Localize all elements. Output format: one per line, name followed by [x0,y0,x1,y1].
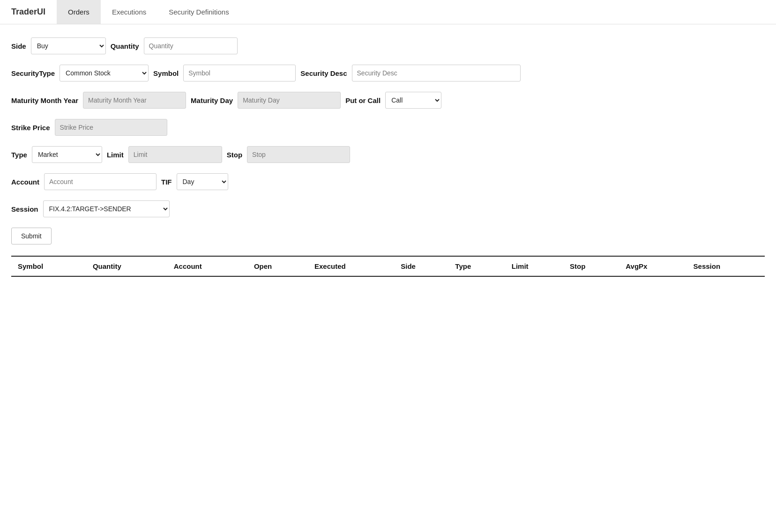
row-security-type: SecurityType Common Stock Future Option … [11,65,765,81]
maturity-month-year-input[interactable] [83,92,186,109]
col-side: Side [394,257,448,276]
col-avgpx: AvgPx [619,257,686,276]
row-strike-price: Strike Price [11,119,765,136]
col-stop: Stop [563,257,619,276]
col-open: Open [247,257,308,276]
security-desc-input[interactable] [352,65,521,81]
orders-table: Symbol Quantity Account Open Executed Si… [11,257,765,277]
limit-label: Limit [107,151,124,159]
table-header-row: Symbol Quantity Account Open Executed Si… [11,257,765,276]
type-label: Type [11,151,27,159]
side-select[interactable]: Buy Sell Sell Short Sell Short Exempt [31,37,106,54]
col-symbol: Symbol [11,257,86,276]
row-side-quantity: Side Buy Sell Sell Short Sell Short Exem… [11,37,765,54]
security-type-label: SecurityType [11,69,55,77]
session-select[interactable]: FIX.4.2:TARGET->SENDER FIX.4.4:TARGET->S… [43,200,170,217]
submit-button[interactable]: Submit [11,228,52,244]
row-submit: Submit [11,228,765,244]
row-account-tif: Account TIF Day GTC IOC FOK [11,173,765,190]
limit-input[interactable] [128,146,222,163]
strike-price-input[interactable] [55,119,167,136]
app-logo: TraderUI [0,0,57,24]
session-label: Session [11,205,38,213]
stop-input[interactable] [247,146,350,163]
maturity-month-year-label: Maturity Month Year [11,96,78,104]
col-executed: Executed [308,257,394,276]
put-or-call-select[interactable]: Call Put [385,92,441,109]
stop-label: Stop [227,151,242,159]
type-select[interactable]: Market Limit Stop Stop Limit Pegged [32,146,102,163]
tab-executions[interactable]: Executions [101,0,157,24]
col-session: Session [687,257,765,276]
col-account: Account [167,257,247,276]
col-limit: Limit [505,257,563,276]
symbol-label: Symbol [153,69,179,77]
orders-table-section: Symbol Quantity Account Open Executed Si… [11,256,765,277]
put-or-call-label: Put or Call [345,96,381,104]
maturity-day-label: Maturity Day [191,96,233,104]
quantity-label: Quantity [111,42,139,50]
symbol-input[interactable] [183,65,296,81]
tif-select[interactable]: Day GTC IOC FOK [177,173,228,190]
col-quantity: Quantity [86,257,167,276]
tab-orders[interactable]: Orders [57,0,101,24]
security-desc-label: Security Desc [300,69,347,77]
account-input[interactable] [44,173,157,190]
quantity-input[interactable] [144,37,238,54]
account-label: Account [11,178,39,186]
tab-security-definitions[interactable]: Security Definitions [157,0,240,24]
nav-tabs: Orders Executions Security Definitions [57,0,240,24]
row-maturity: Maturity Month Year Maturity Day Put or … [11,92,765,109]
strike-price-label: Strike Price [11,124,50,132]
row-type-limit-stop: Type Market Limit Stop Stop Limit Pegged… [11,146,765,163]
security-type-select[interactable]: Common Stock Future Option Bond Forex [60,65,149,81]
side-label: Side [11,42,26,50]
header: TraderUI Orders Executions Security Defi… [0,0,776,24]
main-content: Side Buy Sell Sell Short Sell Short Exem… [0,24,776,532]
maturity-day-input[interactable] [238,92,341,109]
tif-label: TIF [161,178,172,186]
row-session: Session FIX.4.2:TARGET->SENDER FIX.4.4:T… [11,200,765,217]
col-type: Type [448,257,505,276]
